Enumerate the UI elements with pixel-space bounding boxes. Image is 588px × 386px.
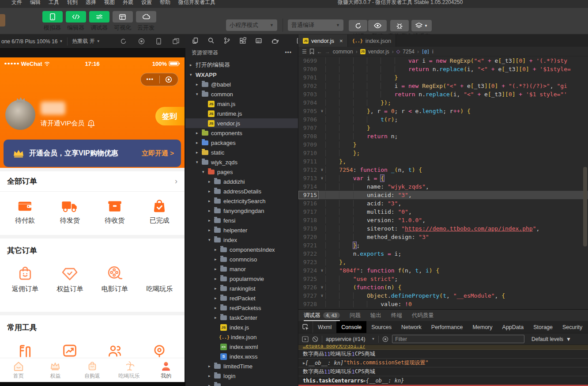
code-line[interactable]: 9715 uniacid: "3", bbox=[298, 191, 588, 199]
devtools-tab-performance[interactable]: Performance bbox=[426, 321, 468, 333]
minimize-capsule-icon[interactable] bbox=[160, 76, 178, 83]
menu-item[interactable]: 文件 bbox=[11, 0, 22, 6]
tree-item[interactable]: ▸adddizhi bbox=[185, 177, 298, 186]
code-line[interactable]: 9703 return n.replace(i, "<" + e[_t3][0]… bbox=[298, 90, 588, 98]
bookmark-icon[interactable] bbox=[309, 49, 314, 54]
back-icon[interactable]: ← bbox=[317, 49, 322, 55]
code-line[interactable]: 9719 siteroot: "https://demo.ttbobo.com/… bbox=[298, 224, 588, 233]
tree-item[interactable]: ▾WXAPP bbox=[185, 70, 298, 79]
menu-item[interactable]: 转到 bbox=[67, 0, 78, 6]
code-line[interactable]: 9706 t(r); bbox=[298, 115, 588, 124]
tool-trend[interactable] bbox=[50, 344, 90, 357]
code-area[interactable]: 9699 var i = new RegExp("<" + e[_t3][0] … bbox=[298, 57, 588, 309]
bell-icon[interactable] bbox=[87, 120, 95, 128]
search-icon[interactable] bbox=[207, 37, 215, 44]
cloud-dev-button[interactable]: 云开发 bbox=[134, 11, 158, 32]
chevron-right-icon[interactable]: › bbox=[175, 177, 177, 186]
devtools-tab-sources[interactable]: Sources bbox=[366, 321, 396, 333]
rebate-orders[interactable]: 返佣订单 bbox=[5, 265, 45, 293]
vip-banner-cta[interactable]: 立即开通 > bbox=[142, 149, 174, 158]
clear-console-icon[interactable] bbox=[312, 336, 318, 342]
rotate-device-icon[interactable] bbox=[156, 38, 161, 45]
code-line[interactable]: 9708 return n; bbox=[298, 132, 588, 140]
devtools-tab-wxml[interactable]: Wxml bbox=[313, 321, 336, 333]
vip-banner[interactable]: 开通会员，立享VIP购物优惠 立即开通 > bbox=[4, 140, 181, 167]
food-fun-orders[interactable]: 吃喝玩乐 bbox=[139, 265, 179, 293]
menu-item[interactable]: 外观 bbox=[123, 0, 133, 6]
source-control-icon[interactable] bbox=[223, 37, 230, 44]
menu-item[interactable]: 编辑 bbox=[30, 0, 41, 6]
menu-item[interactable]: 选择 bbox=[86, 0, 96, 6]
tree-item[interactable]: ▸componentsIndex bbox=[185, 245, 298, 254]
code-line[interactable]: 9717 multiid: "0", bbox=[298, 208, 588, 216]
tree-item[interactable]: ▸helpenter bbox=[185, 225, 298, 235]
tree-item[interactable]: ▸redPacket bbox=[185, 293, 298, 303]
tree-item[interactable]: ▸manor bbox=[185, 264, 298, 274]
tree-item[interactable]: ▸static bbox=[185, 148, 298, 157]
tree-item[interactable]: <>index.wxml bbox=[185, 342, 298, 352]
breadcrumb-file[interactable]: vendor.js bbox=[368, 49, 389, 55]
devtools-tab-console[interactable]: Console bbox=[336, 321, 366, 333]
order-pending-receipt[interactable]: 待收货 bbox=[95, 199, 135, 225]
hot-reload-toggle[interactable]: 热重载 开 bbox=[72, 38, 94, 45]
debugger-button[interactable]: 调试器 bbox=[87, 11, 111, 32]
tree-item[interactable]: ▸fensi bbox=[185, 216, 298, 225]
tree-item[interactable]: ▸electricitySearch bbox=[185, 196, 298, 206]
code-line[interactable]: 9714 name: "wjyk_zqds", bbox=[298, 182, 588, 191]
devtools-tab-storage[interactable]: Storage bbox=[528, 321, 558, 333]
code-line[interactable]: 9700 return n.replace(i, "<" + e[_t3][0]… bbox=[298, 65, 588, 73]
tab-profile[interactable]: 我的 bbox=[147, 358, 185, 382]
tree-item[interactable]: ▸conmnciso bbox=[185, 254, 298, 264]
tab-vendor-js[interactable]: JS vendor.js × bbox=[298, 34, 348, 47]
tree-item[interactable]: ▸fanyongdingdan bbox=[185, 206, 298, 216]
simulator-button[interactable]: 模拟器 bbox=[41, 11, 64, 32]
order-pending-shipment[interactable]: 待发货 bbox=[50, 199, 90, 225]
devtools-tab-network[interactable]: Network bbox=[396, 321, 426, 333]
tree-item[interactable]: JSmain.js bbox=[185, 99, 298, 109]
tree-item[interactable]: ▸taskCenter bbox=[185, 313, 298, 322]
devtools-tab-memory[interactable]: Memory bbox=[467, 321, 497, 333]
devtools-tab-appdata[interactable]: AppData bbox=[498, 321, 529, 333]
debugger-tab[interactable]: 问题 bbox=[350, 310, 361, 321]
tree-item[interactable]: ▾pages bbox=[185, 167, 298, 177]
debugger-tab[interactable]: 代码质量 bbox=[412, 310, 434, 321]
extensions-icon[interactable] bbox=[239, 37, 246, 44]
code-line[interactable]: 9721 }; bbox=[298, 241, 588, 250]
devtools-tab-security[interactable]: Security bbox=[558, 321, 587, 333]
editor-button[interactable]: 编辑器 bbox=[64, 11, 87, 32]
forward-icon[interactable]: → bbox=[325, 49, 330, 55]
inspect-element-icon[interactable] bbox=[298, 321, 313, 333]
tool-nearby[interactable] bbox=[139, 344, 179, 357]
tab-home[interactable]: 首页 bbox=[0, 358, 37, 382]
npm-icon[interactable] bbox=[255, 37, 262, 44]
tab-food-fun[interactable]: 吃喝玩乐 bbox=[111, 358, 148, 382]
order-pending-payment[interactable]: 待付款 bbox=[5, 199, 45, 225]
code-line[interactable]: 9705∨ }, r = 0; r < e.length; r++) { bbox=[298, 107, 588, 115]
clear-cache-button[interactable]: ▼ bbox=[411, 20, 432, 31]
menu-item[interactable]: 工具 bbox=[49, 0, 59, 6]
code-line[interactable]: 9727∨ Object.defineProperty(t, "__esModu… bbox=[298, 291, 588, 300]
mode-dropdown[interactable]: 小程序模式▼ bbox=[226, 19, 277, 31]
tree-item[interactable]: ▸打开的编辑器 bbox=[185, 60, 298, 70]
tab-self-purchase[interactable]: 自购返 bbox=[74, 358, 111, 382]
more-options-icon[interactable]: ••• bbox=[141, 77, 159, 82]
tool-store[interactable] bbox=[5, 344, 45, 357]
code-line[interactable]: 9712∨ 7254: function _(n, t) { bbox=[298, 166, 588, 174]
code-line[interactable]: 9726∨ (function(n) { bbox=[298, 283, 588, 291]
files-icon[interactable] bbox=[192, 37, 199, 44]
code-line[interactable]: 9704 }); bbox=[298, 98, 588, 107]
device-selector[interactable]: one 6/7/8 Plus 100% 16 bbox=[0, 38, 57, 45]
tree-item[interactable]: ▸limitedTime bbox=[185, 361, 298, 371]
close-icon[interactable]: × bbox=[339, 38, 343, 44]
code-line[interactable]: 9710 }; bbox=[298, 149, 588, 157]
filter-input[interactable] bbox=[392, 335, 524, 343]
tree-item[interactable]: ▸@babel bbox=[185, 79, 298, 89]
tree-item[interactable]: ▸components bbox=[185, 128, 298, 138]
tree-item[interactable]: JSvendor.js bbox=[185, 118, 298, 128]
order-completed[interactable]: 已完成 bbox=[139, 199, 179, 225]
code-line[interactable]: 9728 value: !0 bbox=[298, 300, 588, 308]
menu-item[interactable]: 设置 bbox=[141, 0, 152, 6]
fold-icon[interactable]: ∨ bbox=[319, 291, 325, 300]
code-line[interactable]: 9702 i = new RegExp("<" + e[_t3][0] + "(… bbox=[298, 82, 588, 90]
breadcrumb-symbol-var[interactable]: i bbox=[432, 49, 433, 55]
